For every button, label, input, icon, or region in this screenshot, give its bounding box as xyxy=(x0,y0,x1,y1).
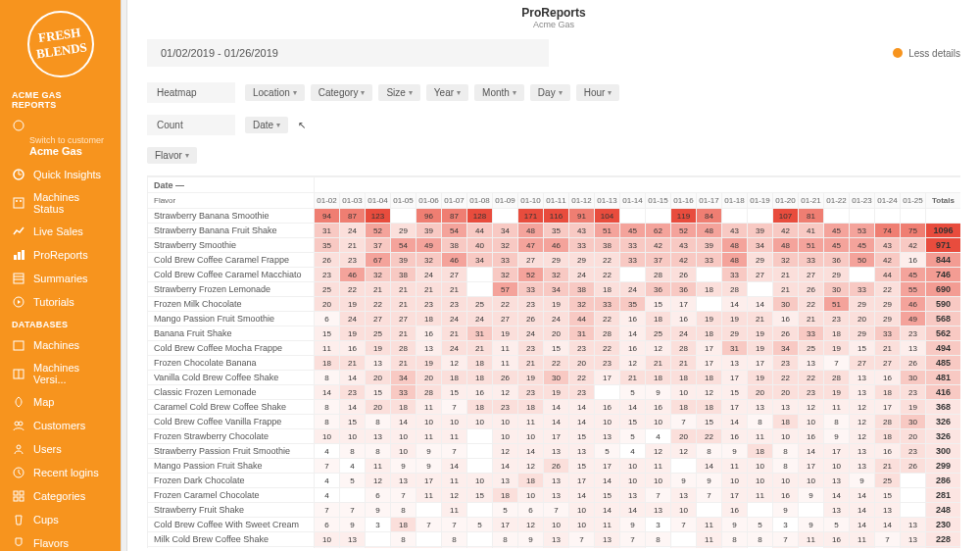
heatmap-cell[interactable]: 30 xyxy=(773,297,799,312)
heatmap-cell[interactable]: 25 xyxy=(467,297,493,312)
heatmap-cell[interactable]: 19 xyxy=(901,400,926,415)
heatmap-cell[interactable]: 11 xyxy=(850,547,875,549)
heatmap-cell[interactable]: 11 xyxy=(518,415,544,429)
heatmap-cell[interactable]: 34 xyxy=(773,341,799,356)
heatmap-cell[interactable]: 10 xyxy=(544,518,569,532)
heatmap-cell[interactable] xyxy=(697,268,722,282)
heatmap-cell[interactable]: 29 xyxy=(748,253,773,268)
heatmap-cell[interactable]: 14 xyxy=(595,503,620,518)
heatmap-cell[interactable]: 45 xyxy=(824,224,850,238)
heatmap-cell[interactable]: 21 xyxy=(875,459,901,474)
heatmap-cell[interactable]: 18 xyxy=(467,356,493,371)
heatmap-cell[interactable]: 19 xyxy=(544,385,569,400)
heatmap-cell[interactable]: 21 xyxy=(340,238,366,253)
heatmap-cell[interactable]: 51 xyxy=(799,238,824,253)
pill-month[interactable]: Month▾ xyxy=(474,84,524,101)
heatmap-cell[interactable]: 10 xyxy=(569,518,595,532)
heatmap-cell[interactable]: 41 xyxy=(799,224,824,238)
heatmap-cell[interactable]: 9 xyxy=(518,547,544,549)
heatmap-cell[interactable]: 9 xyxy=(646,385,671,400)
heatmap-cell[interactable]: 28 xyxy=(646,268,671,282)
date-header-01-04[interactable]: 01-04 xyxy=(366,193,391,209)
heatmap-cell[interactable]: 12 xyxy=(442,356,467,371)
total-cell[interactable]: 590 xyxy=(926,297,961,312)
heatmap-cell[interactable] xyxy=(416,503,442,518)
heatmap-cell[interactable]: 18 xyxy=(671,400,697,415)
heatmap-cell[interactable]: 13 xyxy=(391,474,416,488)
heatmap-cell[interactable]: 7 xyxy=(442,400,467,415)
heatmap-cell[interactable]: 17 xyxy=(416,474,442,488)
heatmap-cell[interactable] xyxy=(748,209,773,224)
heatmap-cell[interactable]: 15 xyxy=(442,385,467,400)
heatmap-cell[interactable] xyxy=(620,268,646,282)
heatmap-cell[interactable]: 10 xyxy=(620,459,646,474)
heatmap-cell[interactable]: 20 xyxy=(671,429,697,444)
heatmap-cell[interactable]: 11 xyxy=(901,547,926,549)
heatmap-cell[interactable]: 27 xyxy=(875,356,901,371)
heatmap-cell[interactable]: 19 xyxy=(340,326,366,341)
heatmap-cell[interactable]: 9 xyxy=(391,459,416,474)
date-header-01-13[interactable]: 01-13 xyxy=(595,193,620,209)
heatmap-cell[interactable]: 18 xyxy=(697,282,722,297)
heatmap-cell[interactable]: 26 xyxy=(773,326,799,341)
heatmap-cell[interactable]: 13 xyxy=(416,547,442,549)
heatmap-cell[interactable]: 22 xyxy=(569,371,595,385)
heatmap-cell[interactable]: 19 xyxy=(748,326,773,341)
heatmap-cell[interactable]: 84 xyxy=(697,209,722,224)
heatmap-cell[interactable]: 8 xyxy=(773,459,799,474)
heatmap-cell[interactable]: 67 xyxy=(366,253,391,268)
sidebar-item-quick-insights[interactable]: Quick Insights xyxy=(0,163,121,186)
heatmap-cell[interactable]: 22 xyxy=(697,429,722,444)
heatmap-cell[interactable]: 123 xyxy=(366,209,391,224)
heatmap-cell[interactable]: 10 xyxy=(595,415,620,429)
heatmap-cell[interactable]: 21 xyxy=(467,341,493,356)
totals-header[interactable]: Totals xyxy=(926,193,961,209)
heatmap-cell[interactable]: 18 xyxy=(646,312,671,326)
heatmap-cell[interactable]: 21 xyxy=(391,356,416,371)
total-cell[interactable]: 844 xyxy=(926,253,961,268)
heatmap-cell[interactable]: 6 xyxy=(493,547,518,549)
heatmap-cell[interactable] xyxy=(901,209,926,224)
heatmap-cell[interactable]: 21 xyxy=(416,282,442,297)
flavor-cell[interactable]: Cold Brew Coffee Vanilla Frappe xyxy=(148,415,315,429)
heatmap-cell[interactable]: 33 xyxy=(697,253,722,268)
heatmap-cell[interactable]: 45 xyxy=(850,238,875,253)
heatmap-cell[interactable]: 13 xyxy=(595,429,620,444)
heatmap-cell[interactable]: 22 xyxy=(773,371,799,385)
heatmap-cell[interactable]: 14 xyxy=(620,326,646,341)
flavor-cell[interactable]: Frozen Dark Chocolate xyxy=(148,474,315,488)
heatmap-cell[interactable]: 20 xyxy=(748,385,773,400)
heatmap-cell[interactable]: 29 xyxy=(824,268,850,282)
total-cell[interactable] xyxy=(926,209,961,224)
heatmap-cell[interactable]: 19 xyxy=(722,312,748,326)
heatmap-cell[interactable]: 13 xyxy=(620,488,646,503)
heatmap-cell[interactable]: 9 xyxy=(722,518,748,532)
heatmap-cell[interactable]: 17 xyxy=(799,459,824,474)
heatmap-cell[interactable]: 11 xyxy=(442,503,467,518)
heatmap-cell[interactable]: 7 xyxy=(569,532,595,547)
heatmap-cell[interactable]: 9 xyxy=(518,532,544,547)
flavor-cell[interactable]: Frozen Milk Chocolate xyxy=(148,297,315,312)
heatmap-cell[interactable]: 23 xyxy=(569,341,595,356)
heatmap-cell[interactable]: 4 xyxy=(315,474,340,488)
heatmap-cell[interactable]: 119 xyxy=(671,209,697,224)
total-cell[interactable]: 286 xyxy=(926,474,961,488)
heatmap-cell[interactable]: 28 xyxy=(824,371,850,385)
heatmap-cell[interactable]: 11 xyxy=(595,518,620,532)
heatmap-cell[interactable]: 9 xyxy=(620,518,646,532)
heatmap-cell[interactable]: 15 xyxy=(646,297,671,312)
heatmap-cell[interactable]: 107 xyxy=(773,209,799,224)
total-cell[interactable]: 562 xyxy=(926,326,961,341)
heatmap-cell[interactable]: 9 xyxy=(722,444,748,459)
total-cell[interactable]: 230 xyxy=(926,518,961,532)
heatmap-cell[interactable]: 20 xyxy=(366,371,391,385)
heatmap-cell[interactable]: 29 xyxy=(875,312,901,326)
heatmap-cell[interactable] xyxy=(697,503,722,518)
heatmap-cell[interactable]: 15 xyxy=(722,385,748,400)
heatmap-cell[interactable] xyxy=(620,209,646,224)
heatmap-cell[interactable]: 10 xyxy=(493,429,518,444)
heatmap-cell[interactable]: 7 xyxy=(671,518,697,532)
total-cell[interactable]: 481 xyxy=(926,371,961,385)
heatmap-cell[interactable]: 23 xyxy=(901,385,926,400)
heatmap-cell[interactable]: 81 xyxy=(799,209,824,224)
